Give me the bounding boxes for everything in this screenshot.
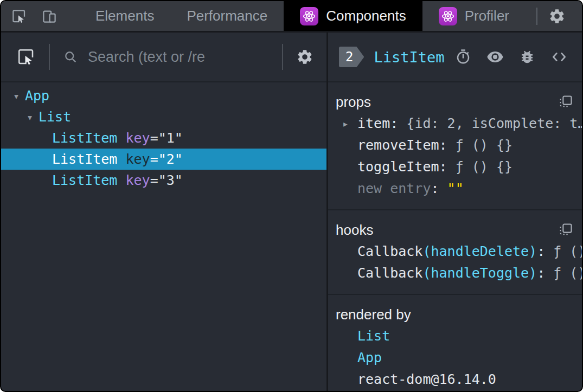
prop-value: {id: 2, isComplete: t… bbox=[406, 113, 583, 134]
toolbar-divider bbox=[49, 44, 50, 70]
key-attribute: key bbox=[125, 130, 150, 146]
react-dom-version: react-dom@16.14.0 bbox=[336, 369, 573, 390]
prop-row-toggleitem: toggleItem: ƒ () {} bbox=[336, 156, 573, 178]
new-entry-value[interactable]: "" bbox=[447, 178, 464, 200]
tree-row-listitem-1[interactable]: ListItem key = "1" bbox=[1, 127, 326, 149]
hook-value: ƒ () {} bbox=[553, 262, 583, 284]
prop-name: toggleItem bbox=[357, 156, 439, 178]
key-badge: 2 bbox=[339, 47, 364, 67]
eye-icon[interactable] bbox=[486, 48, 504, 66]
prop-row-removeitem: removeItem: ƒ () {} bbox=[336, 134, 573, 156]
tree-row-app[interactable]: ▾ App bbox=[1, 85, 326, 106]
hook-args: (handleDelete) bbox=[422, 241, 537, 262]
tab-label: Elements bbox=[95, 8, 154, 24]
stopwatch-icon[interactable] bbox=[455, 49, 471, 65]
component-name: ListItem bbox=[52, 130, 117, 146]
hooks-section: hooks Callback(handleDelete): ƒ () {} bbox=[328, 210, 582, 295]
tree-toolbar bbox=[1, 33, 326, 82]
search-input[interactable] bbox=[88, 49, 269, 66]
component-tree: ▾ App ▾ List ListItem key = "1" bbox=[1, 82, 326, 191]
inspect-cursor-icon[interactable] bbox=[11, 8, 27, 24]
key-attribute: key bbox=[125, 151, 150, 167]
rendered-by-section: rendered by List App react-dom@16.14.0 bbox=[328, 295, 582, 392]
inspector-header: 2 ListItem bbox=[328, 33, 582, 82]
prop-row-item[interactable]: ▸ item: {id: 2, isComplete: t… bbox=[336, 113, 573, 134]
react-atom-icon bbox=[300, 7, 318, 25]
devtools-window: Elements Performance Components bbox=[0, 0, 583, 392]
hook-args: (handleToggle) bbox=[422, 262, 537, 284]
gear-icon[interactable] bbox=[296, 48, 313, 66]
bug-icon[interactable] bbox=[519, 49, 535, 65]
rendered-by-label: rendered by bbox=[336, 306, 411, 323]
selected-component-title: ListItem bbox=[374, 49, 444, 66]
hook-name: Callback bbox=[357, 262, 422, 284]
prop-name: removeItem bbox=[357, 134, 439, 156]
tab-components[interactable]: Components bbox=[284, 1, 422, 31]
hook-row-handletoggle: Callback(handleToggle): ƒ () {} bbox=[336, 262, 573, 284]
expander-icon[interactable]: ▾ bbox=[8, 89, 25, 102]
hook-row-handledelete: Callback(handleDelete): ƒ () {} bbox=[336, 241, 573, 262]
toolbar-divider bbox=[282, 44, 283, 70]
search-icon bbox=[63, 49, 78, 65]
components-tree-panel: ▾ App ▾ List ListItem key = "1" bbox=[1, 33, 328, 391]
hook-value: ƒ () {} bbox=[553, 241, 583, 262]
expand-arrow-icon[interactable]: ▸ bbox=[342, 113, 357, 134]
props-label: props bbox=[336, 94, 371, 111]
hooks-label: hooks bbox=[336, 222, 373, 239]
expander-icon[interactable]: ▾ bbox=[21, 111, 39, 124]
tab-elements[interactable]: Elements bbox=[79, 1, 170, 31]
tree-row-listitem-2-selected[interactable]: ListItem key = "2" bbox=[1, 149, 326, 170]
key-value: "3" bbox=[158, 172, 183, 188]
kebab-menu-icon[interactable] bbox=[581, 5, 583, 27]
props-section: props ▸ item: {id: 2, isComplete: t… bbox=[328, 82, 582, 210]
device-toolbar-icon[interactable] bbox=[41, 8, 57, 24]
tab-label: Components bbox=[326, 8, 406, 24]
prop-value: ƒ () {} bbox=[456, 156, 512, 178]
tab-profiler[interactable]: Profiler bbox=[422, 1, 526, 31]
component-name: List bbox=[39, 109, 71, 125]
key-value: "2" bbox=[158, 151, 183, 167]
rendered-by-link-app[interactable]: App bbox=[336, 347, 573, 369]
component-name: ListItem bbox=[52, 172, 117, 188]
inspect-cursor-icon[interactable] bbox=[16, 47, 36, 67]
tab-performance[interactable]: Performance bbox=[170, 1, 284, 31]
rendered-by-link-list[interactable]: List bbox=[336, 325, 573, 347]
tree-row-list[interactable]: ▾ List bbox=[1, 106, 326, 127]
hook-name: Callback bbox=[357, 241, 422, 262]
tree-row-listitem-3[interactable]: ListItem key = "3" bbox=[1, 170, 326, 191]
devtools-tab-bar: Elements Performance Components bbox=[1, 1, 582, 33]
gear-icon[interactable] bbox=[548, 8, 566, 25]
component-name: App bbox=[25, 88, 49, 104]
prop-row-new-entry[interactable]: new entry: "" bbox=[336, 178, 573, 200]
key-value: "1" bbox=[158, 130, 183, 146]
key-attribute: key bbox=[125, 172, 150, 188]
prop-value: ƒ () {} bbox=[456, 134, 512, 156]
tab-label: Performance bbox=[187, 8, 267, 24]
component-inspector-panel: 2 ListItem bbox=[328, 33, 582, 391]
component-name: ListItem bbox=[52, 151, 117, 167]
code-brackets-icon[interactable] bbox=[550, 48, 568, 66]
tab-label: Profiler bbox=[465, 8, 509, 24]
toolbar-divider bbox=[536, 8, 537, 25]
new-entry-name[interactable]: new entry bbox=[357, 178, 431, 200]
copy-icon[interactable] bbox=[558, 94, 573, 110]
react-atom-icon bbox=[439, 7, 457, 25]
prop-name: item bbox=[357, 113, 390, 134]
copy-icon[interactable] bbox=[558, 222, 573, 237]
